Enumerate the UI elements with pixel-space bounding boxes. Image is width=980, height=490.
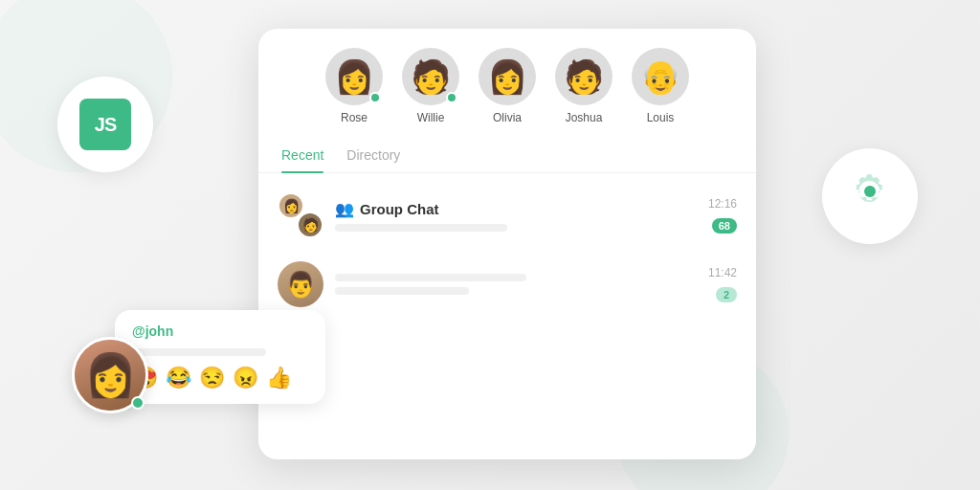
contact-item-rose[interactable]: 👩 Rose: [325, 48, 383, 124]
unread-badge-individual: 2: [716, 287, 737, 302]
js-logo: JS: [79, 99, 131, 150]
chat-item-group[interactable]: 👩 🧑 👥 Group Chat 12:16 68: [258, 181, 756, 250]
contact-status-willie: [446, 92, 457, 103]
chat-meta-individual: 11:42 2: [708, 266, 737, 302]
group-chat-avatar: 👩 🧑: [278, 192, 323, 238]
contact-name-olivia: Olivia: [493, 111, 522, 124]
chat-preview-bar: [335, 224, 507, 232]
emoji-laugh[interactable]: 😂: [166, 366, 191, 390]
contact-avatar-louis: 👴: [632, 48, 689, 105]
chat-list: 👩 🧑 👥 Group Chat 12:16 68 👨: [258, 173, 756, 326]
reaction-mention: @john: [132, 323, 308, 339]
tab-directory-label: Directory: [346, 147, 400, 163]
contacts-row: 👩 Rose 🧑 Willie 👩 Olivia 🧑 Joshua: [258, 29, 756, 140]
chat-name-row: 👥 Group Chat: [335, 200, 697, 218]
contact-name-rose: Rose: [341, 111, 368, 124]
chat-individual-bar1: [335, 274, 526, 281]
chat-time-individual: 11:42: [708, 266, 737, 279]
chat-item-individual[interactable]: 👨 11:42 2: [258, 250, 756, 319]
unread-badge-group: 68: [712, 218, 737, 234]
chat-meta-group: 12:16 68: [708, 197, 737, 234]
gear-icon: [849, 170, 891, 222]
contact-avatar-joshua: 🧑: [555, 48, 612, 105]
chat-time-group: 12:16: [708, 197, 737, 211]
emoji-angry[interactable]: 😠: [233, 366, 258, 390]
user-avatar-emoji: 👩: [84, 350, 137, 400]
chat-individual-bar2: [335, 287, 469, 295]
chat-group-content: 👥 Group Chat: [335, 200, 697, 232]
contact-name-louis: Louis: [647, 111, 675, 124]
contact-item-louis[interactable]: 👴 Louis: [632, 48, 689, 124]
chat-individual-content: [335, 274, 697, 295]
tab-directory[interactable]: Directory: [346, 140, 400, 172]
contact-avatar-olivia: 👩: [479, 48, 536, 105]
js-logo-circle: JS: [57, 77, 153, 172]
reaction-emojis-row: 😍 😂 😒 😠 👍: [132, 366, 308, 390]
group-chat-name: Group Chat: [360, 201, 439, 217]
tabs-row: Recent Directory: [258, 140, 756, 173]
contact-item-olivia[interactable]: 👩 Olivia: [479, 48, 536, 124]
tab-recent[interactable]: Recent: [281, 140, 323, 172]
contact-name-willie: Willie: [417, 111, 445, 124]
tab-recent-label: Recent: [281, 147, 323, 163]
contact-item-joshua[interactable]: 🧑 Joshua: [555, 48, 612, 124]
contact-status-rose: [369, 92, 381, 103]
js-logo-text: JS: [95, 114, 116, 136]
contact-item-willie[interactable]: 🧑 Willie: [402, 48, 459, 124]
gear-circle[interactable]: [822, 148, 918, 244]
reaction-text-bar: [132, 348, 266, 356]
emoji-unamused[interactable]: 😒: [199, 366, 225, 390]
user-online-dot: [131, 396, 145, 410]
contact-avatar-willie: 🧑: [402, 48, 459, 105]
individual-chat-avatar: 👨: [278, 261, 323, 307]
emoji-thumbsup[interactable]: 👍: [266, 366, 292, 390]
main-chat-card: 👩 Rose 🧑 Willie 👩 Olivia 🧑 Joshua: [258, 29, 756, 459]
user-avatar-container: 👩: [72, 337, 148, 413]
contact-name-joshua: Joshua: [566, 111, 603, 124]
group-chat-icon: 👥: [335, 200, 354, 218]
contact-avatar-rose: 👩: [325, 48, 383, 105]
